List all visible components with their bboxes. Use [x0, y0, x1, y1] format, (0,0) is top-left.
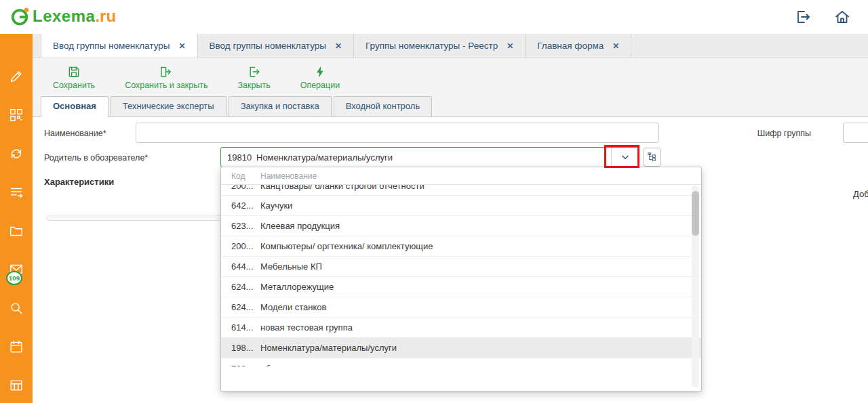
toolbar-button-label: Сохранить и закрыть	[125, 81, 208, 90]
dropdown-scrollbar-track[interactable]	[692, 186, 699, 387]
add-button[interactable]: Добав	[853, 189, 868, 199]
dropdown-row[interactable]: 623... Клеевая продукция	[221, 216, 701, 236]
save-button[interactable]: Сохранить	[53, 65, 95, 90]
search-icon[interactable]	[9, 301, 24, 316]
logo-tld: .ru	[95, 7, 116, 26]
parent-dropdown-popup: Код Наименование 200... Канцтовары/ блан…	[220, 167, 702, 391]
row-name: Металлорежущие	[260, 282, 701, 292]
tab-close-icon[interactable]: ✕	[178, 41, 185, 51]
dropdown-row[interactable]: 614... новая тестовая группа	[221, 318, 701, 338]
parent-label: Родитель в обозревателе*	[44, 153, 148, 163]
characteristics-label: Характеристики	[44, 177, 114, 187]
dropdown-row[interactable]: 642... Каучуки	[221, 196, 701, 216]
row-name: Канцтовары/ бланки строгой отчетности	[260, 185, 701, 191]
row-code: 200...	[221, 241, 260, 251]
chevron-down-icon	[620, 152, 630, 162]
dropdown-header-row: Код Наименование	[221, 167, 701, 185]
tab-nomgroup-registry[interactable]: Группы номенклатуры - Реестр ✕	[354, 34, 526, 58]
subtab-purchase-delivery[interactable]: Закупка и поставка	[229, 96, 332, 116]
lexema-app-window: Lexema .ru 109	[0, 0, 868, 403]
logo-mark-icon	[9, 6, 30, 26]
row-code: 624...	[221, 282, 260, 292]
tab-label: Ввод группы номенклатуры	[53, 41, 170, 51]
dropdown-row-partial-bottom[interactable]: 728... обол...	[221, 358, 701, 366]
row-code: 623...	[221, 221, 260, 231]
column-header-name: Наименование	[260, 171, 701, 181]
dropdown-row[interactable]: 644... Мебельные КП	[221, 257, 701, 277]
mail-unread-badge: 109	[6, 271, 22, 285]
subtab-bar: Основная Технические эксперты Закупка и …	[33, 96, 868, 117]
tab-label: Группы номенклатуры - Реестр	[366, 41, 498, 51]
mail-icon[interactable]: 109	[9, 262, 24, 277]
column-header-code: Код	[221, 171, 260, 181]
registry-table-icon[interactable]	[9, 378, 24, 393]
subtab-main[interactable]: Основная	[41, 96, 108, 117]
lexema-logo[interactable]: Lexema .ru	[9, 6, 116, 26]
tab-label: Главная форма	[537, 41, 604, 51]
tree-view-icon	[647, 152, 657, 163]
sync-icon[interactable]	[9, 146, 24, 161]
toolbar: Сохранить Сохранить и закрыть Закрыть Оп…	[33, 58, 868, 96]
save-close-icon	[159, 65, 173, 79]
tab-nomgroup-entry-2[interactable]: Ввод группы номенклатуры ✕	[198, 34, 355, 58]
row-code: 728...	[221, 364, 260, 367]
save-and-close-button[interactable]: Сохранить и закрыть	[125, 65, 208, 90]
dropdown-scrollbar-thumb[interactable]	[692, 191, 699, 236]
save-icon	[67, 65, 81, 79]
sidebar: 109	[0, 34, 33, 403]
dropdown-row[interactable]: 624... Металлорежущие	[221, 277, 701, 297]
row-name: Номенклатура/материалы/услуги	[260, 343, 701, 353]
tree-view-button[interactable]	[644, 148, 660, 167]
tab-close-icon[interactable]: ✕	[507, 41, 513, 51]
home-icon[interactable]	[834, 9, 850, 25]
row-name: Компьютеры/ оргтехника/ комплектующие	[260, 241, 701, 251]
parent-combobox[interactable]: 19810 Номенклатура/материалы/услуги	[220, 147, 639, 167]
dropdown-row[interactable]: 624... Модели станков	[221, 297, 701, 318]
edit-icon[interactable]	[9, 69, 24, 84]
subtab-technical-experts[interactable]: Технические эксперты	[111, 96, 226, 116]
row-name: Модели станков	[260, 302, 701, 312]
calendar-icon[interactable]	[9, 339, 24, 354]
switch-window-icon[interactable]	[795, 9, 811, 25]
row-code: 644...	[221, 261, 260, 272]
header-actions	[795, 9, 850, 25]
row-name: Мебельные КП	[260, 261, 701, 272]
close-form-button[interactable]: Закрыть	[238, 65, 271, 90]
tab-close-icon[interactable]: ✕	[335, 41, 342, 51]
operations-button[interactable]: Операции	[300, 65, 340, 90]
tab-label: Ввод группы номенклатуры	[210, 41, 326, 51]
toolbar-button-label: Операции	[300, 81, 340, 90]
tab-nomgroup-entry-1[interactable]: Ввод группы номенклатуры ✕	[41, 34, 198, 58]
row-name: Каучуки	[260, 200, 701, 211]
toolbar-button-label: Закрыть	[238, 81, 271, 90]
close-form-icon	[248, 65, 261, 79]
row-name: Клеевая продукция	[260, 221, 701, 231]
row-code: 624...	[221, 302, 260, 312]
parent-name-value: Номенклатура/материалы/услуги	[256, 152, 611, 163]
cipher-input[interactable]	[843, 123, 868, 143]
app-header: Lexema .ru	[0, 0, 868, 34]
tab-bar: Ввод группы номенклатуры ✕ Ввод группы н…	[33, 34, 868, 58]
row-code: 200...	[221, 185, 260, 191]
folder-icon[interactable]	[9, 224, 24, 238]
name-input[interactable]	[136, 123, 659, 143]
cipher-label: Шифр группы	[755, 129, 811, 138]
toolbar-button-label: Сохранить	[53, 81, 95, 90]
parent-code-value: 19810	[221, 152, 256, 163]
row-code: 198...	[221, 343, 260, 353]
name-label: Наименование*	[44, 129, 106, 138]
dropdown-row[interactable]: 200... Компьютеры/ оргтехника/ комплекту…	[221, 236, 701, 257]
row-name: обол...	[260, 364, 701, 367]
dropdown-arrow-button[interactable]	[611, 148, 638, 167]
mailing-list-icon[interactable]	[9, 185, 24, 200]
row-code: 614...	[221, 322, 260, 333]
tab-close-icon[interactable]: ✕	[612, 41, 619, 51]
dropdown-row-partial-top[interactable]: 200... Канцтовары/ бланки строгой отчетн…	[221, 185, 701, 196]
operations-bolt-icon	[313, 65, 327, 79]
row-code: 642...	[221, 200, 260, 211]
apps-grid-icon[interactable]	[9, 108, 24, 123]
dropdown-row-selected[interactable]: 198... Номенклатура/материалы/услуги	[221, 338, 701, 358]
row-name: новая тестовая группа	[260, 322, 701, 333]
subtab-incoming-control[interactable]: Входной контроль	[334, 96, 432, 116]
tab-main-form[interactable]: Главная форма ✕	[526, 34, 631, 58]
